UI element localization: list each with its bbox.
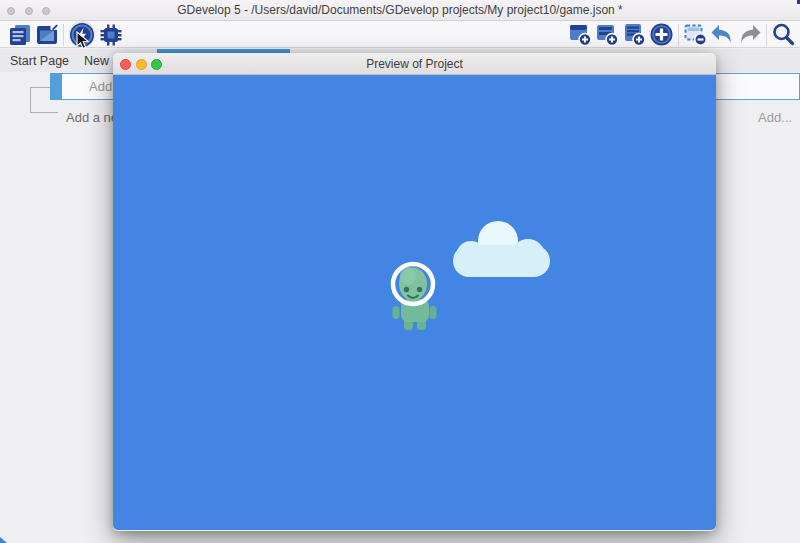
cloud-sprite [453,221,550,277]
add-external-layout-icon[interactable] [621,22,648,48]
add-external-events-icon[interactable] [594,22,621,48]
tab-start-page[interactable]: Start Page [10,54,69,68]
event-tree-connector [30,87,58,113]
add-object-icon[interactable] [648,22,675,48]
preview-button[interactable] [67,21,97,48]
preview-title: Preview of Project [113,53,716,75]
toolbar-separator [678,24,679,46]
redo-icon[interactable] [736,22,763,48]
scene-editor-icon[interactable] [33,22,60,48]
debug-icon[interactable] [97,22,124,48]
remove-events-icon[interactable] [682,22,709,48]
event-tree-connector-stub [30,87,50,88]
preview-titlebar[interactable]: Preview of Project [113,53,716,75]
toolbar [0,21,800,48]
toolbar-right-group [567,21,797,48]
player-character-sprite [393,264,437,330]
toolbar-separator [766,24,767,46]
search-icon[interactable] [770,22,797,48]
stray-pixel-artifact [0,537,7,543]
add-scene-icon[interactable] [567,22,594,48]
active-tab-indicator [157,49,290,53]
toolbar-left-group [6,21,124,48]
window-title: GDevelop 5 - /Users/david/Documents/GDev… [0,0,800,21]
game-canvas[interactable] [113,75,716,530]
undo-icon[interactable] [709,22,736,48]
project-manager-icon[interactable] [6,22,33,48]
toolbar-separator [63,24,64,46]
main-titlebar: GDevelop 5 - /Users/david/Documents/GDev… [0,0,800,21]
preview-window: Preview of Project [113,53,716,531]
add-more-link[interactable]: Add... [758,110,792,125]
gdevelop-app: GDevelop 5 - /Users/david/Documents/GDev… [0,0,800,543]
